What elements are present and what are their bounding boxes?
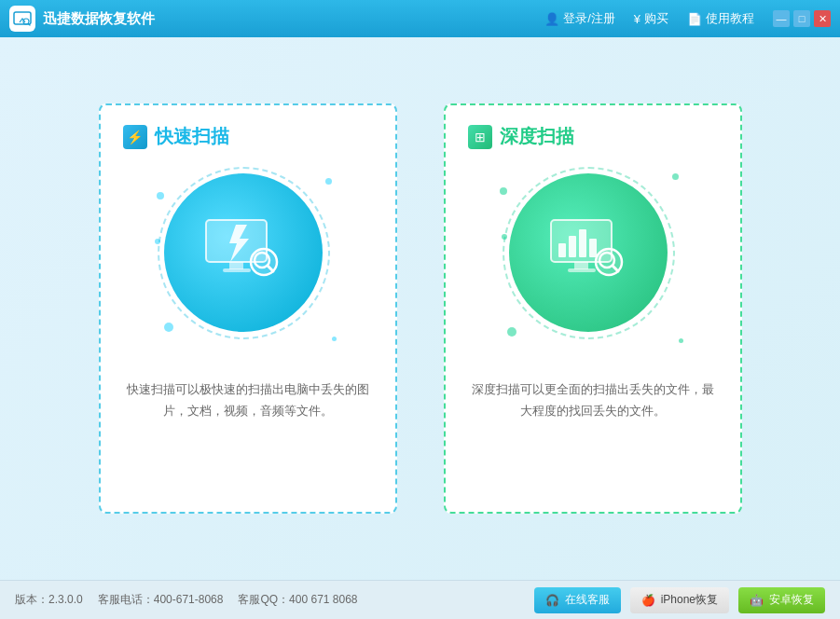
tutorial-label: 使用教程 (706, 10, 754, 27)
quick-scan-card[interactable]: ⚡ 快速扫描 (99, 103, 397, 514)
headset-icon: 🎧 (545, 594, 559, 607)
login-nav-item[interactable]: 👤 登录/注册 (544, 10, 615, 27)
deep-scan-title: 深度扫描 (500, 124, 574, 149)
service-phone-text: 客服电话：400-671-8068 (98, 592, 224, 608)
quick-scan-desc: 快速扫描可以极快速的扫描出电脑中丢失的图片，文档，视频，音频等文件。 (123, 378, 373, 422)
quick-scan-header: ⚡ 快速扫描 (123, 124, 373, 149)
quick-scan-monitor-svg (197, 215, 290, 290)
version-text: 版本：2.3.0.0 (15, 592, 83, 608)
android-recovery-label: 安卓恢复 (769, 592, 814, 608)
svg-rect-3 (229, 262, 243, 269)
svg-rect-9 (574, 262, 588, 269)
maximize-button[interactable]: □ (793, 10, 810, 27)
quick-scan-illustration (155, 164, 341, 351)
svg-rect-13 (579, 229, 586, 257)
deep-scan-illustration (500, 164, 686, 351)
quick-scan-title: 快速扫描 (155, 124, 229, 149)
svg-rect-14 (589, 239, 597, 257)
footer-buttons: 🎧 在线客服 🍎 iPhone恢复 🤖 安卓恢复 (534, 587, 825, 613)
app-title: 迅捷数据恢复软件 (43, 10, 544, 28)
deep-scan-circle (509, 173, 668, 332)
lightning-icon: ⚡ (127, 130, 143, 144)
chart-icon: ⊞ (475, 130, 486, 144)
doc-icon: 📄 (687, 12, 702, 26)
minimize-button[interactable]: — (773, 10, 790, 27)
svg-rect-4 (223, 268, 251, 272)
svg-rect-12 (569, 236, 576, 257)
user-icon: 👤 (544, 12, 559, 26)
footer: 版本：2.3.0.0 客服电话：400-671-8068 客服QQ：400 67… (0, 580, 840, 619)
yuan-icon: ¥ (634, 12, 640, 26)
deep-scan-badge: ⊞ (468, 125, 492, 149)
buy-nav-item[interactable]: ¥ 购买 (634, 10, 668, 27)
quick-scan-badge: ⚡ (123, 125, 147, 149)
deco-dot (332, 337, 337, 341)
app-logo (9, 6, 35, 32)
buy-label: 购买 (644, 10, 668, 27)
deep-scan-card[interactable]: ⊞ 深度扫描 (444, 103, 742, 514)
deco-dot (679, 338, 683, 343)
deco-dot (507, 327, 516, 337)
service-qq-text: 客服QQ：400 671 8068 (238, 592, 357, 608)
deep-scan-desc: 深度扫描可以更全面的扫描出丢失的文件，最大程度的找回丢失的文件。 (468, 378, 718, 422)
main-content: ⚡ 快速扫描 (0, 37, 840, 580)
deco-dot (164, 323, 173, 332)
quick-scan-circle (164, 173, 323, 332)
deco-dot (157, 192, 164, 199)
svg-rect-10 (568, 268, 596, 272)
titlebar-nav: 👤 登录/注册 ¥ 购买 📄 使用教程 (544, 10, 754, 27)
online-service-label: 在线客服 (565, 592, 610, 608)
deep-scan-monitor-svg (542, 215, 635, 290)
titlebar: 迅捷数据恢复软件 👤 登录/注册 ¥ 购买 📄 使用教程 — □ ✕ (0, 0, 840, 37)
tutorial-nav-item[interactable]: 📄 使用教程 (687, 10, 754, 27)
android-icon: 🤖 (750, 594, 764, 607)
window-controls: — □ ✕ (773, 10, 831, 27)
footer-info: 版本：2.3.0.0 客服电话：400-671-8068 客服QQ：400 67… (15, 592, 534, 608)
deco-dot (500, 187, 507, 195)
deco-dot (672, 173, 679, 180)
iphone-recovery-label: iPhone恢复 (661, 592, 718, 608)
online-service-button[interactable]: 🎧 在线客服 (534, 587, 621, 613)
android-recovery-button[interactable]: 🤖 安卓恢复 (738, 587, 825, 613)
close-button[interactable]: ✕ (814, 10, 831, 27)
login-label: 登录/注册 (563, 10, 615, 27)
deep-scan-header: ⊞ 深度扫描 (468, 124, 718, 149)
svg-rect-11 (558, 243, 566, 257)
apple-icon: 🍎 (641, 594, 655, 607)
logo-icon (13, 9, 32, 28)
iphone-recovery-button[interactable]: 🍎 iPhone恢复 (630, 587, 729, 613)
deco-dot (325, 178, 332, 185)
